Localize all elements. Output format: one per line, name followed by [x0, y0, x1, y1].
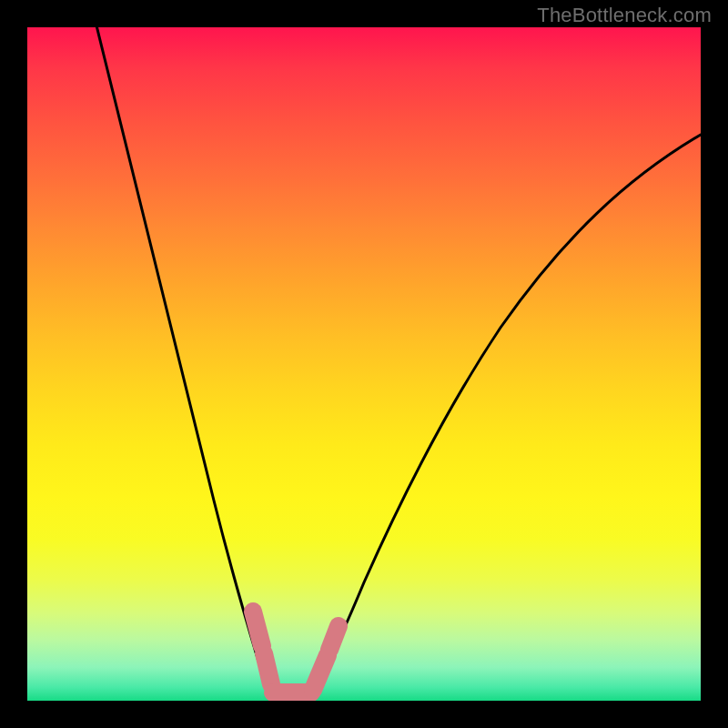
highlight-left: [253, 612, 271, 684]
highlight-right: [313, 626, 339, 690]
watermark-text: TheBottleneck.com: [537, 4, 712, 27]
curve-right-branch: [311, 135, 701, 693]
plot-area: [27, 27, 701, 701]
curve-left-branch: [95, 27, 271, 695]
curve-svg: [27, 27, 701, 701]
chart-frame: TheBottleneck.com: [0, 0, 728, 728]
